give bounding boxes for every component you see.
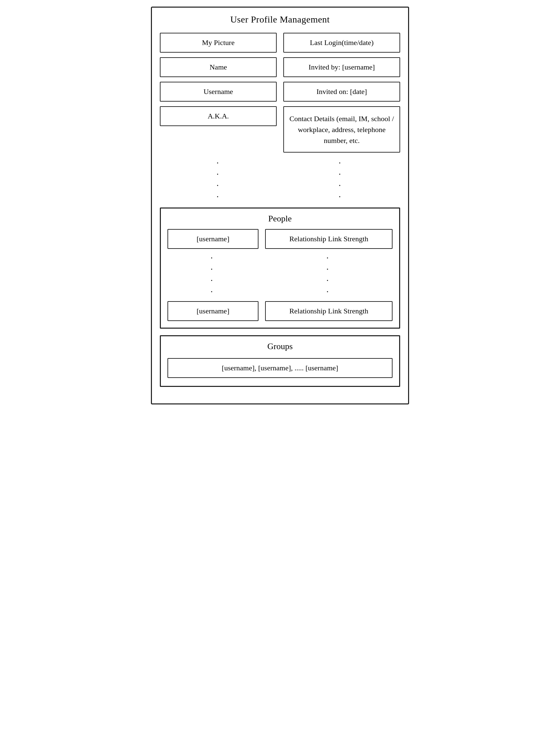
name-field: Name [160, 57, 277, 77]
dot-line-4: · [216, 192, 221, 201]
left-dots: · · · · [161, 156, 277, 204]
people-dots-row: · · · · · · · · [168, 251, 392, 299]
main-columns: My Picture Name Username A.K.A. Last Log… [160, 33, 400, 153]
groups-section: Groups [username], [username], ..... [us… [160, 335, 400, 387]
right-dots: · · · · [283, 156, 399, 204]
outer-border: User Profile Management My Picture Name … [151, 7, 409, 404]
right-column: Last Login(time/date) Invited by: [usern… [283, 33, 400, 153]
invited-by-field: Invited by: [username] [283, 57, 400, 77]
people-username-2: [username] [168, 301, 259, 321]
groups-title: Groups [168, 342, 392, 352]
dot-line-6: · [339, 170, 344, 179]
people-dot-2: · [210, 265, 215, 274]
last-login-field: Last Login(time/date) [283, 33, 400, 53]
dot-line-3: · [216, 181, 221, 190]
page-title: User Profile Management [160, 14, 400, 25]
picture-field: My Picture [160, 33, 277, 53]
people-grid: [username] Relationship Link Strength [168, 229, 392, 249]
contact-details-field: Contact Details (email, IM, school / wor… [283, 106, 400, 153]
people-section: People [username] Relationship Link Stre… [160, 207, 400, 329]
dot-line-8: · [339, 192, 344, 201]
dot-line-2: · [216, 170, 221, 179]
groups-content: [username], [username], ..... [username] [168, 357, 392, 379]
people-dot-5: · [326, 254, 331, 263]
people-relationship-2: Relationship Link Strength [265, 301, 392, 321]
people-grid-2: [username] Relationship Link Strength [168, 301, 392, 321]
people-dot-8: · [326, 287, 331, 296]
username-field: Username [160, 82, 277, 102]
people-title: People [168, 214, 392, 224]
dot-line-7: · [339, 181, 344, 190]
people-dot-6: · [326, 265, 331, 274]
people-right-dots: · · · · [265, 251, 392, 299]
people-dot-3: · [210, 276, 215, 285]
aka-field: A.K.A. [160, 106, 277, 126]
dot-line-5: · [339, 159, 344, 168]
dots-row: · · · · · · · · [160, 156, 400, 204]
people-left-dots: · · · · [168, 251, 259, 299]
page-container: User Profile Management My Picture Name … [151, 7, 409, 404]
people-relationship-1: Relationship Link Strength [265, 229, 392, 249]
people-dot-4: · [210, 287, 215, 296]
people-dot-7: · [326, 276, 331, 285]
invited-on-field: Invited on: [date] [283, 82, 400, 102]
left-column: My Picture Name Username A.K.A. [160, 33, 277, 153]
groups-members: [username], [username], ..... [username] [168, 358, 392, 378]
people-dot-1: · [210, 254, 215, 263]
people-username-1: [username] [168, 229, 259, 249]
dot-line-1: · [216, 159, 221, 168]
